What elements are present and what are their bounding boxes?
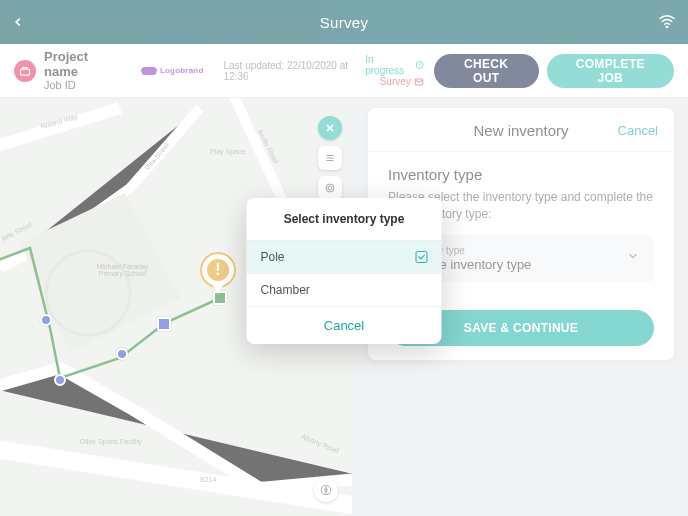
select-inventory-type-modal: Select inventory type Pole Chamber Cance… [247, 198, 442, 344]
modal-title: Select inventory type [247, 198, 442, 240]
modal-cancel-button[interactable]: Cancel [247, 306, 442, 344]
option-label: Pole [261, 250, 285, 264]
inventory-option-chamber[interactable]: Chamber [247, 273, 442, 306]
checkbox-icon [416, 251, 428, 263]
option-label: Chamber [261, 283, 310, 297]
inventory-option-pole[interactable]: Pole [247, 240, 442, 273]
